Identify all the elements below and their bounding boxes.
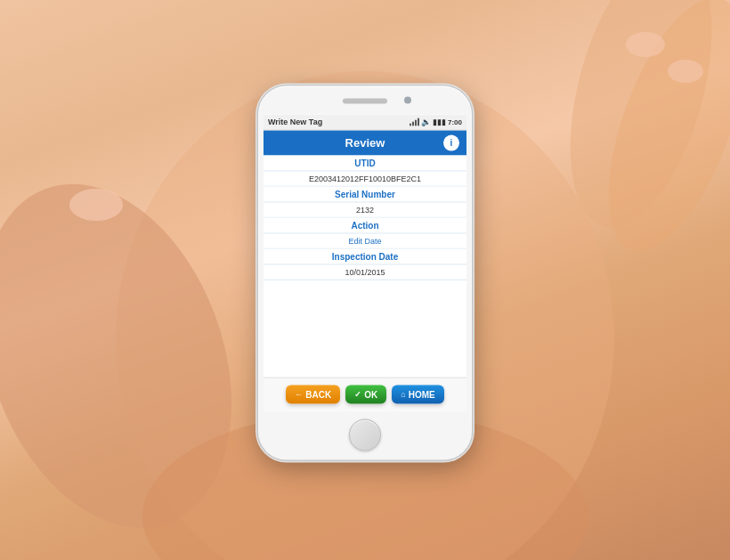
home-icon: ⌂: [401, 390, 405, 399]
status-right: 🔈 ▮▮▮ 7:00: [410, 118, 462, 126]
ok-button[interactable]: ✓ OK: [345, 385, 386, 403]
serial-value: 2132: [264, 202, 466, 216]
scene: Write New Tag 🔈 ▮▮▮ 7:00: [0, 0, 730, 560]
screen-title: Review: [287, 136, 443, 150]
utid-row: UTID E2003412012FF10010BFE2C1: [264, 155, 466, 186]
content-area: UTID E2003412012FF10010BFE2C1 Serial Num…: [264, 155, 466, 377]
ok-label: OK: [364, 389, 377, 399]
back-button[interactable]: ← BACK: [286, 385, 340, 403]
action-value: Edit Date: [264, 233, 466, 248]
phone: Write New Tag 🔈 ▮▮▮ 7:00: [258, 85, 472, 459]
title-bar: Review i: [264, 130, 466, 155]
serial-row: Serial Number 2132: [264, 186, 466, 217]
serial-label: Serial Number: [264, 186, 466, 202]
phone-camera: [404, 96, 411, 103]
signal-icon: [410, 118, 419, 126]
action-button-row: ← BACK ✓ OK ⌂ HOME: [264, 377, 466, 410]
inspection-date-value: 10/01/2015: [264, 264, 466, 279]
app-title-status: Write New Tag: [268, 118, 322, 126]
inspection-date-label: Inspection Date: [264, 248, 466, 264]
battery-icon: ▮▮▮: [433, 118, 446, 126]
home-physical-button[interactable]: [349, 418, 381, 450]
phone-speaker: [343, 98, 387, 103]
utid-label: UTID: [264, 155, 466, 171]
home-label: HOME: [409, 389, 435, 399]
action-label: Action: [264, 217, 466, 233]
action-row: Action Edit Date: [264, 217, 466, 248]
info-icon[interactable]: i: [443, 134, 459, 150]
inspection-date-row: Inspection Date 10/01/2015: [264, 248, 466, 280]
utid-value: E2003412012FF10010BFE2C1: [264, 171, 466, 185]
phone-wrapper: Write New Tag 🔈 ▮▮▮ 7:00: [258, 85, 472, 459]
phone-screen: Write New Tag 🔈 ▮▮▮ 7:00: [264, 114, 466, 410]
volume-icon: 🔈: [421, 118, 431, 126]
time-display: 7:00: [448, 118, 462, 126]
home-button[interactable]: ⌂ HOME: [392, 385, 443, 403]
ok-icon: ✓: [354, 390, 361, 399]
back-icon: ←: [295, 390, 303, 399]
status-bar: Write New Tag 🔈 ▮▮▮ 7:00: [264, 114, 466, 130]
back-label: BACK: [305, 389, 331, 399]
